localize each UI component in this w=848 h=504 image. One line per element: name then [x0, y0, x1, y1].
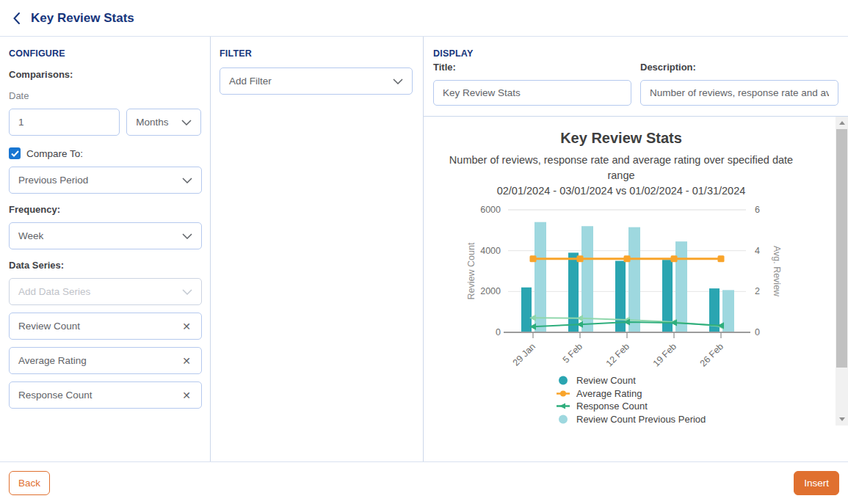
frequency-select[interactable]: Week	[9, 222, 202, 249]
remove-icon[interactable]: ✕	[181, 355, 192, 367]
chart-legend: Review CountAverage RatingResponse Count…	[556, 374, 819, 426]
page-title: Key Review Stats	[31, 11, 134, 26]
chevron-down-icon	[181, 120, 192, 125]
svg-text:26 Feb: 26 Feb	[698, 341, 725, 368]
remove-icon[interactable]: ✕	[181, 321, 192, 332]
line-arrow-legend-marker-icon	[556, 401, 570, 411]
back-chevron-icon[interactable]	[10, 11, 23, 26]
arrow-up-icon	[839, 121, 845, 125]
comparisons-label: Comparisons:	[9, 69, 201, 80]
chart-description-input[interactable]	[640, 80, 838, 106]
legend-item: Review Count Previous Period	[556, 413, 819, 426]
description-label: Description:	[640, 62, 838, 73]
display-section-label: DISPLAY	[433, 48, 838, 59]
legend-item: Response Count	[556, 400, 819, 413]
compare-to-select[interactable]: Previous Period	[9, 167, 202, 194]
svg-text:29 Jan: 29 Jan	[511, 341, 537, 368]
frequency-select-value: Week	[18, 230, 43, 241]
svg-text:5 Feb: 5 Feb	[561, 341, 585, 365]
date-unit-select[interactable]: Months	[126, 109, 201, 136]
circle-legend-marker-icon	[556, 376, 570, 385]
compare-to-checkbox[interactable]	[9, 147, 21, 159]
svg-text:2000: 2000	[480, 286, 501, 296]
svg-text:19 Feb: 19 Feb	[651, 341, 678, 368]
line-dot-legend-marker-icon	[556, 389, 570, 398]
chevron-down-icon	[182, 178, 192, 183]
chart-subtitle: Number of reviews, response rate and ave…	[438, 153, 805, 183]
add-filter-select[interactable]: Add Filter	[220, 67, 413, 95]
arrow-down-icon	[839, 417, 845, 421]
add-data-series-select[interactable]: Add Data Series	[9, 278, 202, 305]
display-panel: DISPLAY Title: Description: Key Review S…	[424, 37, 848, 461]
series-chip-response-count: Response Count ✕	[9, 381, 202, 409]
chevron-down-icon	[393, 78, 403, 84]
scrollbar-thumb[interactable]	[836, 129, 847, 368]
review-stats-chart: 02000400060000246Review CountAvg. Review…	[452, 200, 790, 368]
footer-bar: Back Insert	[0, 461, 848, 504]
series-chip-label: Response Count	[18, 390, 93, 401]
series-chip-label: Review Count	[18, 321, 80, 332]
svg-text:4: 4	[755, 246, 760, 256]
circle-legend-marker-icon	[556, 414, 570, 424]
filter-panel: FILTER Add Filter	[211, 37, 424, 461]
svg-text:12 Feb: 12 Feb	[604, 341, 631, 368]
insert-button[interactable]: Insert	[794, 471, 839, 495]
scroll-up-button[interactable]	[836, 117, 848, 129]
svg-text:Avg. Review: Avg. Review	[772, 246, 782, 297]
series-chip-review-count: Review Count ✕	[9, 313, 202, 340]
title-label: Title:	[433, 62, 631, 73]
back-button[interactable]: Back	[9, 471, 50, 495]
series-chip-average-rating: Average Rating ✕	[9, 347, 202, 374]
legend-item: Review Count	[556, 374, 819, 387]
frequency-label: Frequency:	[9, 204, 201, 215]
series-chip-label: Average Rating	[18, 355, 87, 366]
svg-text:6000: 6000	[480, 205, 501, 215]
legend-label: Average Rating	[576, 388, 642, 399]
filter-section-label: FILTER	[220, 48, 414, 59]
chart-date-range: 02/01/2024 - 03/01/2024 vs 01/02/2024 - …	[424, 185, 819, 197]
svg-text:4000: 4000	[480, 246, 501, 256]
legend-label: Review Count Previous Period	[576, 414, 706, 425]
configure-panel: CONFIGURE Comparisons: Date Months Compa…	[0, 37, 211, 461]
checkmark-icon	[11, 150, 19, 157]
svg-text:Review Count: Review Count	[466, 242, 476, 299]
chevron-down-icon	[182, 233, 192, 239]
data-series-label: Data Series:	[9, 260, 201, 271]
compare-to-label: Compare To:	[26, 148, 83, 159]
remove-icon[interactable]: ✕	[181, 390, 192, 401]
app-header: Key Review Stats	[0, 0, 848, 37]
chart-title-input[interactable]	[433, 80, 631, 106]
svg-text:6: 6	[755, 205, 760, 215]
chart-title: Key Review Stats	[424, 130, 819, 147]
svg-text:0: 0	[496, 327, 501, 337]
vertical-scrollbar[interactable]	[836, 117, 848, 426]
chart-preview-scroll-area: Key Review Stats Number of reviews, resp…	[424, 116, 848, 426]
legend-label: Review Count	[576, 375, 636, 386]
chart-preview: Key Review Stats Number of reviews, resp…	[424, 130, 819, 426]
date-value-input[interactable]	[9, 109, 120, 136]
svg-text:2: 2	[755, 286, 760, 296]
chevron-down-icon	[182, 289, 192, 295]
svg-text:0: 0	[755, 327, 760, 337]
compare-to-select-value: Previous Period	[18, 175, 88, 186]
legend-label: Response Count	[576, 401, 648, 412]
scroll-down-button[interactable]	[836, 413, 848, 426]
legend-item: Average Rating	[556, 387, 819, 401]
add-data-series-placeholder: Add Data Series	[18, 286, 90, 297]
add-filter-placeholder: Add Filter	[229, 76, 272, 87]
configure-section-label: CONFIGURE	[9, 48, 201, 59]
main-area: CONFIGURE Comparisons: Date Months Compa…	[0, 37, 848, 461]
date-unit-select-value: Months	[136, 117, 168, 128]
date-label: Date	[9, 90, 201, 101]
